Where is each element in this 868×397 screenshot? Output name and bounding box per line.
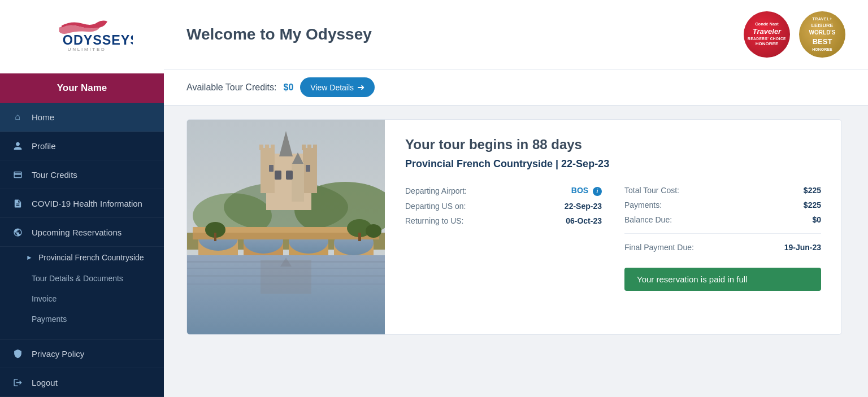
payments-label: Payments: [32, 315, 67, 324]
badges-area: Condé Nast Traveler READERS' CHOICE HONO…: [744, 11, 845, 58]
airport-row: Departing Airport: BOS i: [405, 186, 602, 196]
payments-row: Payments: $225: [624, 200, 821, 210]
globe-icon: [11, 226, 24, 238]
odysseys-logo: ODYSSEYS UNLIMITED: [31, 14, 133, 59]
card-icon: [11, 168, 24, 181]
tour-image: [187, 120, 385, 334]
home-icon: ⌂: [11, 111, 24, 123]
svg-text:UNLIMITED: UNLIMITED: [68, 47, 106, 52]
nav-item-tour-credits[interactable]: Tour Credits: [0, 160, 164, 189]
returning-row: Returning to US: 06-Oct-23: [405, 216, 602, 225]
total-cost-value: $225: [804, 186, 821, 195]
balance-label: Balance Due:: [624, 215, 672, 224]
nav-item-home[interactable]: ⌂ Home: [0, 103, 164, 132]
credits-amount: $0: [284, 82, 294, 93]
payments-label: Payments:: [624, 200, 662, 210]
logout-icon: [11, 376, 24, 389]
user-name-label: Your Name: [57, 82, 107, 93]
badge-ct-line3: READERS' CHOICE: [748, 37, 786, 41]
nav-label-logout: Logout: [32, 378, 58, 387]
total-cost-row: Total Tour Cost: $225: [624, 186, 821, 195]
sidebar: ODYSSEYS UNLIMITED Your Name ⌂ Home Prof…: [0, 0, 164, 397]
returning-value: 06-Oct-23: [566, 216, 602, 225]
badge-tl-line4: BEST: [813, 37, 832, 47]
airport-label: Departing Airport:: [405, 186, 467, 195]
nav-item-covid[interactable]: COVID-19 Health Information: [0, 189, 164, 218]
tour-card: Your tour begins in 88 days Provincial F…: [186, 119, 842, 335]
document-icon: [11, 197, 24, 210]
badge-tl-line1: TRAVEL+: [812, 16, 832, 22]
balance-row: Balance Due: $0: [624, 215, 821, 224]
badge-ct-line1: Condé Nast: [755, 21, 779, 27]
departing-us-row: Departing US on: 22-Sep-23: [405, 202, 602, 211]
departing-us-value: 22-Sep-23: [565, 202, 602, 211]
svg-text:ODYSSEYS: ODYSSEYS: [63, 33, 133, 47]
top-header: Welcome to My Odyssey Condé Nast Travele…: [164, 0, 868, 69]
tour-scene-svg: [187, 120, 385, 334]
nav-label-covid: COVID-19 Health Information: [32, 199, 142, 208]
badge-ct-line4: HONOREE: [756, 41, 778, 47]
nav-item-logout[interactable]: Logout: [0, 368, 164, 397]
nav-label-upcoming: Upcoming Reservations: [32, 228, 121, 237]
svg-rect-45: [187, 120, 385, 334]
nav-sub-item-invoice[interactable]: Invoice: [0, 289, 164, 309]
returning-label: Returning to US:: [405, 216, 464, 225]
nav-sub-item-tour-details[interactable]: Tour Details & Documents: [0, 268, 164, 289]
cost-section: Total Tour Cost: $225 Payments: $225 Bal…: [624, 186, 821, 291]
paid-status-button: Your reservation is paid in full: [624, 268, 821, 291]
logo-area: ODYSSEYS UNLIMITED: [0, 0, 164, 73]
person-icon: [11, 139, 24, 152]
nav-item-upcoming[interactable]: Upcoming Reservations: [0, 218, 164, 247]
main-content: Welcome to My Odyssey Condé Nast Travele…: [164, 0, 868, 397]
invoice-label: Invoice: [32, 294, 57, 303]
arrow-right-icon: ➜: [357, 82, 364, 93]
user-name-bar: Your Name: [0, 73, 164, 103]
credits-bar: Available Tour Credits: $0 View Details …: [164, 69, 868, 106]
nav-label-home: Home: [32, 112, 54, 122]
final-payment-label: Final Payment Due:: [624, 243, 694, 252]
tour-countdown: Your tour begins in 88 days: [405, 137, 821, 152]
nav-label-privacy: Privacy Policy: [32, 349, 84, 359]
tour-name-date: Provincial French Countryside | 22-Sep-2…: [405, 158, 821, 170]
view-details-button[interactable]: View Details ➜: [300, 77, 375, 97]
content-area: Your tour begins in 88 days Provincial F…: [164, 106, 868, 348]
nav-sub-parent-provincial[interactable]: ► Provincial French Countryside: [0, 247, 164, 268]
airport-value: BOS i: [571, 186, 602, 196]
nav-label-profile: Profile: [32, 141, 56, 151]
nav-sub-item-payments[interactable]: Payments: [0, 309, 164, 329]
airport-info-icon[interactable]: i: [593, 187, 602, 196]
badge-ct-line2: Traveler: [753, 27, 781, 37]
travel-leisure-badge: TRAVEL+ LEISURE WORLD'S BEST HONOREE: [799, 11, 845, 58]
tour-info: Your tour begins in 88 days Provincial F…: [385, 120, 841, 334]
badge-tl-line2: LEISURE: [811, 22, 833, 29]
nav-item-privacy[interactable]: Privacy Policy: [0, 339, 164, 368]
badge-tl-line3: WORLD'S: [809, 29, 836, 37]
page-title: Welcome to My Odyssey: [186, 25, 372, 43]
balance-value: $0: [812, 215, 821, 224]
tour-details-grid: Departing Airport: BOS i Departing US on…: [405, 186, 821, 291]
departing-us-label: Departing US on:: [405, 202, 466, 211]
shield-icon: [11, 347, 24, 360]
conde-nast-badge: Condé Nast Traveler READERS' CHOICE HONO…: [744, 11, 790, 58]
final-payment-row: Final Payment Due: 19-Jun-23: [624, 243, 821, 252]
arrow-icon: ►: [26, 254, 33, 261]
nav-label-tour-credits: Tour Credits: [32, 170, 77, 180]
nav-sub-parent-label: Provincial French Countryside: [38, 253, 144, 262]
credits-label: Available Tour Credits:: [186, 82, 277, 93]
view-details-label: View Details: [310, 83, 354, 92]
total-cost-label: Total Tour Cost:: [624, 186, 679, 195]
nav-item-profile[interactable]: Profile: [0, 132, 164, 160]
badge-tl-line5: HONOREE: [812, 47, 832, 53]
final-payment-value: 19-Jun-23: [784, 243, 821, 252]
cost-divider: [624, 233, 821, 234]
payments-value: $225: [804, 200, 821, 210]
tour-details-label: Tour Details & Documents: [32, 274, 123, 283]
departure-section: Departing Airport: BOS i Departing US on…: [405, 186, 602, 291]
